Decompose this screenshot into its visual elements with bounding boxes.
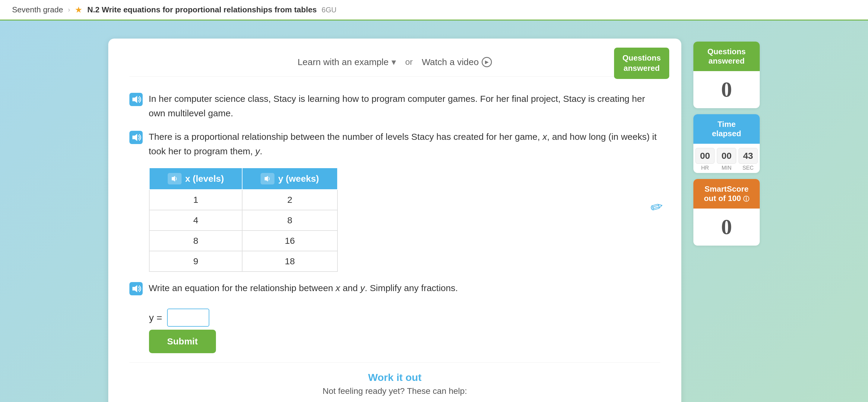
data-table-container: x (levels) y ( (149, 168, 660, 272)
work-it-out-subtitle: Not feeling ready yet? These can help: (129, 386, 660, 396)
top-bar: Seventh grade › ★ N.2 Write equations fo… (0, 0, 868, 21)
breadcrumb-chevron: › (68, 6, 70, 14)
questions-answered-button[interactable]: Questions answered (614, 47, 669, 79)
time-elapsed-label: Timeelapsed (693, 114, 760, 144)
learn-example-button[interactable]: Learn with an example ▾ (298, 57, 396, 67)
timer-hr: 00 HR (695, 148, 714, 171)
info-icon: ⓘ (743, 196, 749, 202)
data-table: x (levels) y ( (149, 168, 338, 272)
smart-score-section: SmartScore out of 100 ⓘ 0 (693, 179, 760, 245)
skill-title: N.2 Write equations for proportional rel… (87, 5, 317, 14)
table-cell-x: 8 (149, 231, 242, 251)
speaker-icon-3[interactable] (129, 282, 143, 300)
paragraph-2-text: There is a proportional relationship bet… (149, 130, 660, 159)
star-icon: ★ (75, 5, 82, 15)
svg-marker-4 (172, 176, 175, 181)
timer-sec: 43 SEC (739, 148, 757, 171)
chevron-down-icon: ▾ (392, 57, 396, 67)
timer-min: 00 MIN (717, 148, 736, 171)
timer-row: 00 HR 00 MIN 43 SEC (693, 144, 760, 173)
table-cell-y: 18 (242, 251, 337, 271)
table-cell-y: 8 (242, 210, 337, 231)
answer-row: y = (149, 309, 660, 327)
answer-input[interactable] (167, 309, 209, 327)
main-container: Questions answered Learn with an example… (0, 21, 868, 402)
paragraph-2: There is a proportional relationship bet… (129, 130, 660, 159)
play-circle-icon: ▶ (482, 57, 492, 67)
paragraph-1: In her computer science class, Stacy is … (129, 92, 660, 121)
table-cell-y: 2 (242, 190, 337, 210)
questions-answered-section: Questions answered 0 (693, 42, 760, 108)
question-text: Write an equation for the relationship b… (149, 281, 458, 295)
skill-code: 6GU (321, 6, 336, 14)
table-row: 12 (149, 190, 338, 210)
question-paragraph: Write an equation for the relationship b… (129, 281, 660, 300)
content-card: Questions answered Learn with an example… (108, 39, 681, 402)
timer-section: Timeelapsed 00 HR 00 MIN 43 SEC (693, 114, 760, 173)
questions-count: 0 (693, 71, 760, 108)
paragraph-1-text: In her computer science class, Stacy is … (149, 92, 660, 121)
equation-prefix: y = (149, 312, 162, 323)
th-speaker-x[interactable] (168, 173, 182, 185)
smart-score-label[interactable]: SmartScore out of 100 ⓘ (693, 179, 760, 208)
th-speaker-y[interactable] (260, 173, 275, 185)
table-row: 816 (149, 231, 338, 251)
table-row: 918 (149, 251, 338, 271)
questions-answered-label: Questions answered (693, 42, 760, 71)
speaker-icon-1[interactable] (129, 93, 143, 110)
svg-marker-5 (265, 176, 268, 181)
table-row: 48 (149, 210, 338, 231)
work-it-out-section: Work it out Not feeling ready yet? These… (129, 362, 660, 402)
col-header-x: x (levels) (149, 168, 242, 190)
or-separator: or (405, 57, 412, 67)
table-cell-x: 4 (149, 210, 242, 231)
table-cell-x: 1 (149, 190, 242, 210)
watch-video-button[interactable]: Watch a video ▶ (422, 57, 492, 67)
speaker-icon-2[interactable] (129, 131, 143, 148)
table-cell-y: 16 (242, 231, 337, 251)
work-it-out-title: Work it out (129, 372, 660, 383)
submit-button[interactable]: Submit (149, 330, 216, 353)
table-cell-x: 9 (149, 251, 242, 271)
top-nav: Learn with an example ▾ or Watch a video… (129, 57, 660, 76)
sidebar: Questions answered 0 Timeelapsed 00 HR 0… (693, 39, 760, 402)
smart-score-value: 0 (693, 208, 760, 245)
grade-label[interactable]: Seventh grade (12, 5, 63, 14)
col-header-y: y (weeks) (242, 168, 337, 190)
